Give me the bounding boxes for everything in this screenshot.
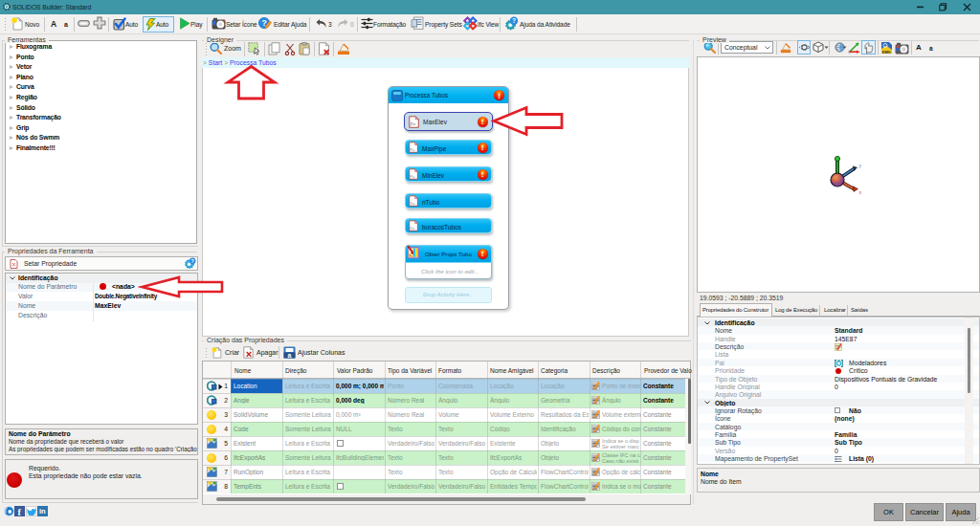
svg-text:P=: P=: [411, 121, 416, 126]
svg-text:V=: V=: [410, 226, 415, 230]
svg-text:P=: P=: [410, 174, 415, 179]
svg-text:V=: V=: [410, 201, 415, 206]
svg-text:?: ?: [512, 17, 516, 24]
svg-text:P=: P=: [410, 147, 415, 152]
svg-text:y: y: [859, 164, 862, 168]
svg-text:DWG: DWG: [882, 51, 891, 55]
svg-text:a: a: [288, 352, 292, 359]
svg-text:x: x: [859, 190, 862, 195]
